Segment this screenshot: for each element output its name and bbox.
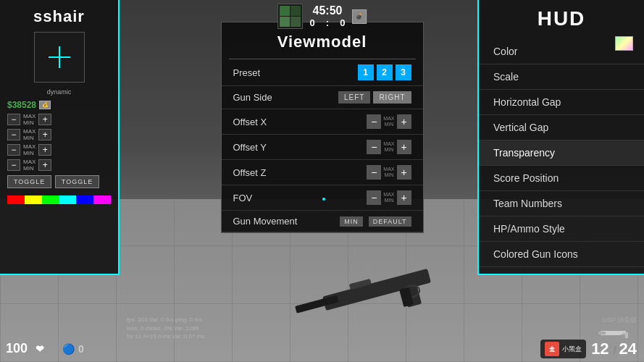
slider-row-4: − MAXMIN +	[7, 159, 111, 172]
gun-movement-default-btn[interactable]: DEFAULT	[369, 216, 411, 227]
preset-controls: 1 2 3	[358, 64, 411, 80]
plus-btn-4[interactable]: +	[38, 159, 51, 171]
fov-plus[interactable]: +	[397, 190, 411, 205]
weapon-icon-small	[597, 325, 637, 340]
offset-z-minus[interactable]: −	[367, 165, 381, 180]
side-left-btn[interactable]: LEFT	[338, 91, 370, 104]
offset-y-minmax: MAXMIN	[383, 141, 394, 153]
radar-minimap	[277, 4, 303, 29]
score-right: 0	[340, 17, 345, 28]
offset-x-row: Offset X − MAXMIN +	[222, 109, 423, 135]
hud-item-vertical-gap[interactable]: Vertical Gap	[479, 115, 644, 140]
minus-btn-3[interactable]: −	[7, 144, 20, 156]
price-value: $38528	[7, 100, 36, 110]
hud-panel-title: HUD	[479, 7, 644, 30]
crosshair-vertical	[59, 46, 60, 68]
gun-side-label: Gun Side	[233, 92, 338, 103]
preset-btn-1[interactable]: 1	[358, 64, 374, 80]
ammo-reserve: 24	[619, 340, 637, 358]
gun-movement-row: Gun Movement MIN DEFAULT	[222, 211, 423, 232]
watermark: 盒 小黑盒	[540, 340, 586, 358]
weapon-ingame	[286, 246, 467, 333]
hud-color-swatch	[615, 36, 633, 51]
offset-y-minus[interactable]: −	[367, 140, 381, 154]
slider-row-2: − MAXMIN +	[7, 128, 111, 141]
preset-row: Preset 1 2 3	[222, 59, 423, 86]
game-info-line3: for 11.4+19.0 ms Var: 0.07 ms	[127, 332, 204, 340]
game-info-line1: fps: 203 Var: 0.9-s ping: 0 ms	[127, 316, 204, 324]
radar-cell	[290, 6, 301, 16]
score-display: 0 : 0	[310, 17, 346, 28]
color-cyan[interactable]	[59, 195, 76, 204]
hud-item-score-position[interactable]: Score Position	[479, 166, 644, 191]
ammo-icon: 🔵	[62, 343, 75, 355]
gun-side-controls: LEFT RIGHT	[338, 91, 411, 104]
viewmodel-panel: Viewmodel Preset 1 2 3 Gun Side LEFT RIG…	[221, 22, 424, 233]
offset-x-minus[interactable]: −	[367, 114, 381, 129]
health-value: 100	[6, 341, 28, 355]
toggle-btn-2[interactable]: TOGGLE	[55, 175, 99, 188]
watermark-text: 小黑盒	[562, 345, 582, 354]
side-right-btn[interactable]: RIGHT	[373, 91, 411, 104]
crosshair-panel: sshair dynamic $38528 💰 − MAXMIN + − MAX…	[0, 0, 120, 275]
hud-item-colored-gun-icons[interactable]: Colored Gun Icons	[479, 242, 644, 267]
fov-ctrl: − MAXMIN +	[367, 190, 411, 205]
gun-side-row: Gun Side LEFT RIGHT	[222, 86, 423, 109]
game-info-line2: loss: 0 choke: 0% Var: 1289	[127, 324, 204, 332]
color-green[interactable]	[42, 195, 59, 204]
gun-movement-label: Gun Movement	[233, 216, 340, 227]
hud-item-hp-ammo-style[interactable]: HP/Ammo Style	[479, 216, 644, 242]
radar-cell	[280, 17, 290, 27]
fov-center-dot	[322, 198, 325, 201]
dynamic-badge: dynamic	[7, 88, 111, 96]
offset-x-label: Offset X	[233, 117, 367, 127]
hud-panel: HUD Color Scale Horizontal Gap Vertical …	[477, 0, 644, 275]
minus-btn-2[interactable]: −	[7, 129, 20, 140]
toggle-btn-1[interactable]: TOGGLE	[7, 175, 51, 188]
offset-y-label: Offset Y	[233, 142, 367, 153]
minus-btn-1[interactable]: −	[7, 114, 20, 125]
ammo-zero: 0	[78, 343, 84, 355]
slider-labels-3: MAXMIN	[23, 143, 35, 156]
hud-item-horizontal-gap[interactable]: Horizontal Gap	[479, 90, 644, 115]
color-yellow[interactable]	[25, 195, 42, 204]
gun-movement-min-btn[interactable]: MIN	[340, 216, 363, 227]
slider-labels-4: MAXMIN	[23, 159, 35, 172]
svg-rect-9	[621, 334, 625, 339]
offset-z-label: Offset Z	[233, 167, 367, 178]
hud-item-team-numbers[interactable]: Team Numbers	[479, 191, 644, 216]
preset-btn-2[interactable]: 2	[377, 64, 393, 80]
offset-x-minmax: MAXMIN	[383, 116, 394, 128]
offset-y-row: Offset Y − MAXMIN +	[222, 135, 423, 160]
plus-btn-3[interactable]: +	[38, 144, 51, 156]
color-magenta[interactable]	[93, 195, 111, 204]
weapon-name: USP 消音版	[602, 316, 637, 325]
radar-cell	[290, 17, 301, 27]
price-display: $38528 💰	[7, 100, 111, 110]
plus-btn-2[interactable]: +	[38, 129, 51, 140]
bomb-icon: 💣	[352, 9, 367, 24]
fov-minmax: MAXMIN	[383, 192, 394, 204]
color-blue[interactable]	[76, 195, 93, 204]
ammo-display: USP 消音版 12 / 24	[591, 316, 637, 358]
fov-minus[interactable]: −	[367, 190, 381, 205]
offset-x-plus[interactable]: +	[397, 114, 411, 129]
ammo-current-display: 12 / 24	[591, 340, 637, 358]
radar-cell	[280, 6, 290, 16]
minus-btn-4[interactable]: −	[7, 159, 20, 171]
offset-y-plus[interactable]: +	[397, 140, 411, 154]
plus-btn-1[interactable]: +	[38, 114, 51, 125]
game-info: fps: 203 Var: 0.9-s ping: 0 ms loss: 0 c…	[127, 316, 204, 340]
watermark-logo: 盒	[545, 342, 559, 356]
ammo-slash: /	[614, 345, 619, 356]
hud-item-transparency[interactable]: Transparency	[479, 140, 644, 166]
color-red[interactable]	[7, 195, 25, 204]
preset-btn-3[interactable]: 3	[396, 64, 411, 80]
price-icon: 💰	[39, 101, 51, 109]
color-strip	[7, 195, 111, 204]
svg-rect-7	[598, 332, 606, 334]
offset-z-plus[interactable]: +	[397, 165, 411, 180]
hud-item-scale[interactable]: Scale	[479, 64, 644, 90]
slider-labels-1: MAXMIN	[23, 113, 35, 126]
slider-row-1: − MAXMIN +	[7, 113, 111, 126]
